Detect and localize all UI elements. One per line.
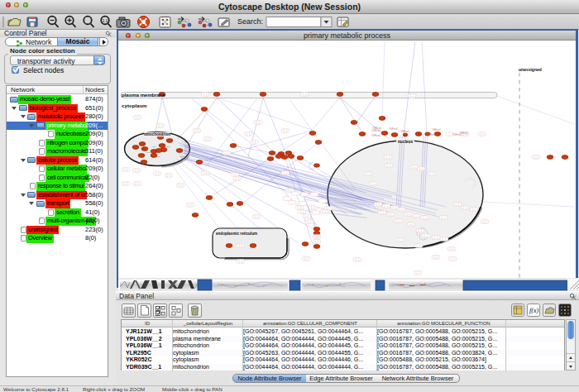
svg-text:Search:: Search: xyxy=(237,17,263,26)
svg-text:[....]: [....] xyxy=(380,211,385,214)
svg-text:[....]: [....] xyxy=(246,132,251,136)
svg-text:[....]: [....] xyxy=(225,151,229,155)
svg-text:nucleus: nucleus xyxy=(398,140,413,144)
svg-text:[....]: [....] xyxy=(534,155,538,159)
svg-text:[....]: [....] xyxy=(483,220,487,223)
svg-text:YGRxxxC: YGRxxxC xyxy=(371,134,381,137)
svg-text:[....]: [....] xyxy=(463,206,467,209)
svg-text:[....]: [....] xyxy=(389,213,393,216)
svg-text:[....]: [....] xyxy=(284,129,288,132)
svg-text:Yxxx: Yxxx xyxy=(146,151,151,154)
svg-text:[....]: [....] xyxy=(430,172,434,175)
svg-text:Yxxx: Yxxx xyxy=(151,146,156,148)
svg-text:[....]: [....] xyxy=(315,235,319,238)
svg-text:[....]: [....] xyxy=(156,172,160,175)
svg-text:[....]: [....] xyxy=(203,171,208,174)
svg-text:endoplasmic reticulum: endoplasmic reticulum xyxy=(216,232,257,236)
svg-text:Yxxx: Yxxx xyxy=(161,151,166,153)
svg-text:[....]: [....] xyxy=(300,210,304,213)
svg-text:[....]: [....] xyxy=(159,124,163,127)
svg-text:[....]: [....] xyxy=(327,207,331,210)
svg-text:YGRxxxC: YGRxxxC xyxy=(427,133,437,136)
svg-text:[....]: [....] xyxy=(451,257,455,261)
svg-text:[....]: [....] xyxy=(256,121,261,124)
svg-text:[....]: [....] xyxy=(236,177,240,180)
svg-text:[....]: [....] xyxy=(407,213,411,216)
svg-text:[....]: [....] xyxy=(397,219,401,222)
svg-text:plasma membrane: plasma membrane xyxy=(122,92,166,98)
svg-text:[....]: [....] xyxy=(385,204,389,208)
svg-text:[....]: [....] xyxy=(239,244,243,247)
svg-text:[....]: [....] xyxy=(288,189,292,192)
svg-text:f(x): f(x) xyxy=(529,307,538,314)
svg-text:[....]: [....] xyxy=(413,165,417,169)
svg-text:[....]: [....] xyxy=(456,203,460,206)
svg-text:Yxxx: Yxxx xyxy=(141,147,146,150)
svg-text:[....]: [....] xyxy=(371,182,376,185)
svg-text:[....]: [....] xyxy=(481,132,485,136)
svg-text:[....]: [....] xyxy=(203,93,208,96)
svg-text:[....]: [....] xyxy=(417,244,421,247)
svg-text:[....]: [....] xyxy=(124,168,128,171)
svg-text:[....]: [....] xyxy=(124,182,128,185)
svg-text:[....]: [....] xyxy=(472,208,476,211)
svg-text:Yxxx: Yxxx xyxy=(165,146,170,148)
svg-text:[....]: [....] xyxy=(195,129,199,132)
svg-text:[....]: [....] xyxy=(443,237,447,241)
svg-text:YGRxxxC: YGRxxxC xyxy=(459,131,469,135)
svg-text:[....]: [....] xyxy=(255,215,259,218)
svg-text:YGRxxxC: YGRxxxC xyxy=(432,128,442,131)
svg-text:unassigned: unassigned xyxy=(519,67,542,72)
svg-text:1:1: 1:1 xyxy=(103,18,108,23)
svg-text:[....]: [....] xyxy=(419,167,423,170)
svg-text:[....]: [....] xyxy=(419,229,423,232)
svg-text:cytoplasm: cytoplasm xyxy=(122,103,147,108)
svg-text:[....]: [....] xyxy=(387,164,391,167)
svg-text:[....]: [....] xyxy=(189,203,193,207)
svg-text:[....]: [....] xyxy=(409,222,414,226)
svg-text:YGRxxxC: YGRxxxC xyxy=(400,130,410,133)
svg-text:[....]: [....] xyxy=(135,169,139,172)
svg-text:[....]: [....] xyxy=(179,184,183,187)
svg-text:[....]: [....] xyxy=(167,174,171,177)
svg-text:[....]: [....] xyxy=(434,256,438,259)
svg-text:[....]: [....] xyxy=(284,171,288,174)
svg-text:[....]: [....] xyxy=(376,203,380,206)
svg-text:[....]: [....] xyxy=(400,208,404,211)
svg-text:[....]: [....] xyxy=(450,247,454,251)
svg-text:[....]: [....] xyxy=(356,258,360,261)
svg-text:[....]: [....] xyxy=(206,137,210,141)
svg-text:[....]: [....] xyxy=(416,271,420,275)
svg-text:[....]: [....] xyxy=(423,216,427,219)
svg-text:[....]: [....] xyxy=(308,220,312,223)
svg-text:[....]: [....] xyxy=(414,214,419,218)
svg-text:[....]: [....] xyxy=(442,216,446,219)
svg-text:Yxxx: Yxxx xyxy=(156,155,160,158)
svg-text:[....]: [....] xyxy=(233,173,237,176)
svg-text:[....]: [....] xyxy=(424,234,428,237)
svg-text:[....]: [....] xyxy=(399,238,403,241)
svg-text:YGRxxxC: YGRxxxC xyxy=(389,127,399,131)
svg-text:[....]: [....] xyxy=(434,236,438,239)
svg-text:[....]: [....] xyxy=(393,206,397,209)
svg-text:[....]: [....] xyxy=(252,141,256,144)
svg-text:[....]: [....] xyxy=(323,210,327,213)
svg-text:[....]: [....] xyxy=(136,116,140,119)
svg-text:[....]: [....] xyxy=(303,93,307,96)
svg-text:[....]: [....] xyxy=(366,172,371,175)
svg-text:[....]: [....] xyxy=(386,155,390,159)
svg-text:[....]: [....] xyxy=(305,214,309,218)
svg-text:[....]: [....] xyxy=(298,206,302,209)
svg-text:[....]: [....] xyxy=(304,257,309,261)
svg-text:mitochondrion: mitochondrion xyxy=(144,132,170,136)
svg-text:YGRxxxC: YGRxxxC xyxy=(372,127,382,130)
svg-text:[....]: [....] xyxy=(410,94,414,98)
svg-text:[....]: [....] xyxy=(315,240,319,243)
svg-text:[....]: [....] xyxy=(136,182,140,185)
svg-text:[....]: [....] xyxy=(239,260,243,263)
svg-text:[....]: [....] xyxy=(311,206,315,209)
